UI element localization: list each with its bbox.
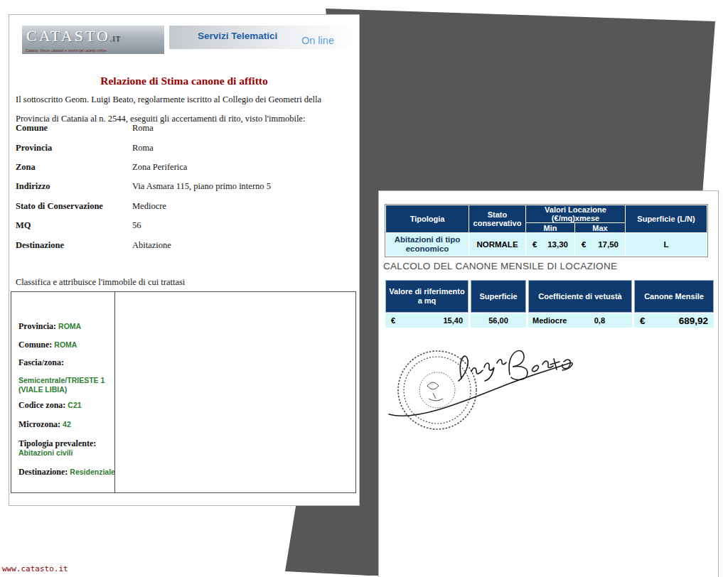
logo-suffix: .IT — [110, 35, 121, 43]
field-label: Stato di Conservazione — [16, 201, 132, 212]
field-row: ZonaZona Periferica — [16, 162, 350, 173]
col-valore-riferimento: Valore di riferimento a mq — [385, 280, 469, 313]
cell-stato: NORMALE — [469, 233, 525, 256]
valuation-table: Tipologia Stato conservativo Valori Loca… — [385, 204, 708, 257]
zone-detail-box: Provincia: ROMA Comune: ROMA Fascia/zona… — [11, 291, 356, 493]
logo-tagline: Catasto, Visure catastali e servizi del … — [26, 48, 107, 53]
zone-label: Codice zona: — [18, 400, 65, 410]
cell-superficie: L — [626, 233, 707, 256]
zone-value: ROMA — [58, 322, 81, 330]
calc-heading: CALCOLO DEL CANONE MENSILE DI LOCAZIONE — [383, 261, 617, 271]
zone-row: Comune: ROMA — [18, 340, 112, 350]
max-value: 17,50 — [598, 240, 619, 249]
cell-superficie-mq: 56,00 — [471, 313, 526, 328]
zone-label: Microzona: — [18, 419, 60, 429]
cell-valore: €15,40 — [385, 313, 469, 328]
zone-row: Codice zona: C21 — [18, 401, 112, 410]
zone-value: 42 — [63, 420, 71, 428]
cell-canone: €689,92 — [634, 313, 714, 328]
coeff-label: Mediocre — [532, 316, 567, 325]
field-value: Via Asmara 115, piano primo interno 5 — [132, 181, 271, 191]
zone-label: Provincia: — [18, 321, 56, 331]
field-label: Zona — [16, 162, 132, 173]
signature-and-stamp — [386, 328, 578, 445]
col-superficie-mq: Superficie — [471, 280, 526, 313]
zone-label: Comune: — [18, 340, 52, 350]
zone-value: Semicentrale/TRIESTE 1 (VIALE LIBIA) — [18, 376, 105, 394]
services-banner: Servizi Telematici On line — [169, 26, 355, 49]
col-canone-mensile: Canone Mensile — [634, 280, 714, 313]
classification-note: Classifica e attribuisce l'immobile di c… — [16, 277, 185, 288]
col-max: Max — [575, 223, 625, 232]
field-label: Destinazione — [16, 240, 132, 251]
zone-row: Semicentrale/TRIESTE 1 (VIALE LIBIA) — [18, 376, 112, 394]
online-label: On line — [301, 35, 334, 46]
field-row: DestinazioneAbitazione — [16, 240, 350, 251]
field-label: Provincia — [16, 143, 132, 153]
currency-symbol: € — [391, 316, 395, 325]
zone-row: Tipologia prevalente: Abitazioni civili — [18, 439, 112, 458]
valore-value: 15,40 — [443, 316, 463, 325]
calc-table: Valore di riferimento a mq Superficie Co… — [383, 279, 716, 328]
min-value: 13,30 — [547, 240, 568, 249]
cell-tipologia: Abitazioni di tipo economico — [386, 233, 469, 256]
catasto-logo-title: CATASTO.IT — [26, 27, 121, 45]
zone-panel: Provincia: ROMA Comune: ROMA Fascia/zona… — [11, 292, 115, 492]
field-row: MQ56 — [16, 220, 350, 231]
field-label: Indirizzo — [16, 181, 132, 192]
field-value: 56 — [132, 220, 141, 230]
cell-max: €17,50 — [575, 233, 625, 256]
zone-value: Abitazioni civili — [18, 448, 73, 457]
field-value: Mediocre — [132, 201, 166, 211]
field-row: Stato di ConservazioneMediocre — [16, 201, 350, 212]
field-value: Roma — [132, 123, 154, 133]
report-page: CATASTO.IT Catasto, Visure catastali e s… — [9, 14, 360, 506]
field-row: ProvinciaRoma — [16, 143, 350, 153]
zone-row: Provincia: ROMA — [18, 322, 112, 331]
field-value: Roma — [132, 143, 154, 153]
col-valori-locazione: Valori Locazione (€/mq)xmese — [526, 205, 625, 222]
zone-value: ROMA — [54, 340, 77, 349]
page-title: Relazione di Stima canone di affitto — [9, 75, 359, 87]
col-superficie: Superficie (L/N) — [626, 205, 707, 232]
col-coefficiente: Coefficiente di vetustà — [528, 280, 632, 313]
zone-row: Fascia/zona: — [18, 358, 112, 367]
zone-value: C21 — [68, 401, 81, 409]
field-label: Comune — [16, 123, 132, 134]
canone-value: 689,92 — [679, 316, 708, 326]
field-label: MQ — [16, 220, 132, 231]
catasto-logo: CATASTO.IT Catasto, Visure catastali e s… — [22, 26, 164, 54]
col-tipologia: Tipologia — [386, 205, 469, 232]
zone-label: Destinazione: — [18, 467, 68, 477]
field-row: ComuneRoma — [16, 123, 350, 134]
zone-row: Destinazione: Residenziale — [18, 468, 115, 477]
field-value: Abitazione — [132, 240, 171, 250]
zone-label: Tipologia prevalente: — [18, 438, 96, 448]
calculation-page: Tipologia Stato conservativo Valori Loca… — [378, 190, 719, 577]
col-stato-conservativo: Stato conservativo — [469, 205, 525, 232]
zone-label: Fascia/zona: — [18, 357, 64, 367]
logo-text: CATASTO — [26, 27, 110, 45]
field-row: IndirizzoVia Asmara 115, piano primo int… — [16, 181, 350, 192]
signature-handwriting — [389, 350, 572, 416]
cell-min: €13,30 — [526, 233, 574, 256]
services-label: Servizi Telematici — [198, 31, 277, 41]
currency-symbol: € — [640, 316, 646, 326]
currency-symbol: € — [532, 240, 537, 249]
currency-symbol: € — [582, 240, 586, 249]
zone-row: Microzona: 42 — [18, 420, 112, 429]
footer-url: www.catasto.it — [2, 564, 68, 573]
stamp-icon — [398, 351, 476, 429]
col-min: Min — [526, 223, 574, 232]
field-value: Zona Periferica — [132, 162, 187, 172]
zone-value: Residenziale — [70, 468, 115, 476]
cell-coefficiente: Mediocre0,8 — [528, 313, 632, 328]
coeff-value: 0,8 — [594, 316, 605, 325]
